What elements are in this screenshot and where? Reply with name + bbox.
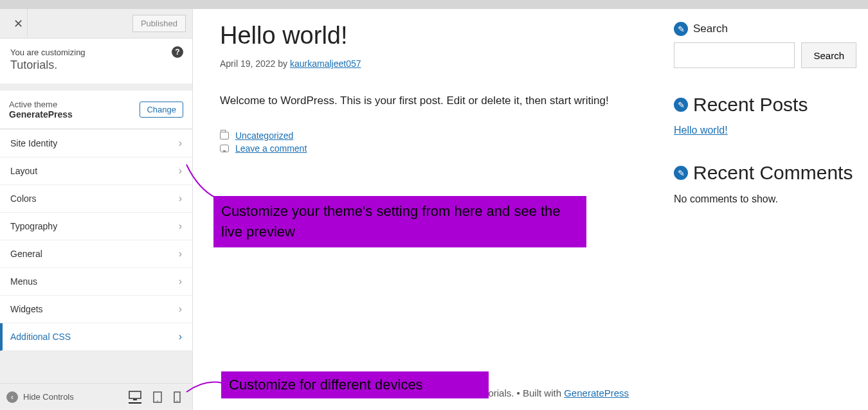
svg-rect-0 [129,391,141,398]
chevron-right-icon: › [179,193,182,204]
divider [27,9,28,39]
section-label: Typography [10,221,57,231]
credit-text: orials. • Built with [488,388,564,398]
section-label: Site Identity [10,138,57,148]
section-label: Layout [10,166,37,176]
section-label: Colors [10,193,36,204]
svg-point-5 [177,400,178,402]
svg-rect-1 [133,399,137,400]
widget-title: Recent Comments [693,162,853,184]
chevron-right-icon: › [179,276,182,287]
context-site-name: Tutorials. [10,58,182,72]
active-theme-panel: Active theme GeneratePress Change [0,90,192,129]
section-label: Additional CSS [10,332,71,342]
context-panel: You are customizing Tutorials. ? [0,39,192,84]
post-title: Hello world! [220,22,669,49]
chevron-right-icon: › [179,303,182,315]
hide-controls-button[interactable]: ‹ Hide Controls [6,391,74,403]
theme-label: Active theme [9,100,73,109]
edit-widget-icon[interactable]: ✎ [674,166,688,180]
chevron-right-icon: › [179,331,182,343]
post-category-link[interactable]: Uncategorized [235,130,293,141]
chevron-right-icon: › [179,220,182,232]
chevron-right-icon: › [179,138,182,149]
sidebar-footer: ‹ Hide Controls [0,383,192,410]
comment-icon [220,145,229,152]
chevron-right-icon: › [179,248,182,260]
section-additional-css[interactable]: Additional CSS › [0,323,192,351]
edit-widget-icon[interactable]: ✎ [674,98,688,112]
customizer-sections: Site Identity › Layout › Colors › Typogr… [0,129,192,351]
widget-recent-posts: ✎ Recent Posts Hello world! [674,94,856,136]
section-layout[interactable]: Layout › [0,157,192,185]
context-prefix: You are customizing [10,48,182,57]
svg-point-3 [157,400,158,402]
section-typography[interactable]: Typography › [0,213,192,240]
recent-post-link[interactable]: Hello world! [674,125,728,136]
preview-sidebar: ✎ Search Search ✎ Recent Posts Hello wor… [669,9,868,410]
post-meta: April 19, 2022 by kaurkamaljeet057 [220,58,669,69]
annotation-customize-theme: Customize your theme's setting from here… [213,196,586,247]
post-date: April 19, 2022 [220,58,275,69]
help-icon[interactable]: ? [172,46,183,58]
chevron-right-icon: › [179,165,182,177]
browser-topbar [0,0,868,9]
search-button[interactable]: Search [801,42,856,68]
annotation-device-preview: Customize for different devices [221,371,489,398]
hide-controls-label: Hide Controls [23,392,74,402]
credit-link[interactable]: GeneratePress [564,388,629,398]
post-by-label: by [278,58,287,69]
widget-title: Search [693,22,728,35]
site-credit: orials. • Built with GeneratePress [488,388,629,398]
theme-name: GeneratePress [9,109,73,120]
section-widgets[interactable]: Widgets › [0,296,192,323]
edit-widget-icon[interactable]: ✎ [674,22,688,36]
search-input[interactable] [674,42,795,68]
post-entry-footer: Uncategorized Leave a comment [220,130,669,154]
widget-recent-comments: ✎ Recent Comments No comments to show. [674,162,856,205]
device-desktop-icon[interactable] [129,391,141,404]
close-icon[interactable]: ✕ [6,12,30,35]
leave-comment-link[interactable]: Leave a comment [235,143,307,154]
post-body: Welcome to WordPress. This is your first… [220,94,669,107]
post-author-link[interactable]: kaurkamaljeet057 [290,58,361,69]
widget-title: Recent Posts [693,94,808,116]
section-label: General [10,249,42,259]
device-preview-toggle [129,391,186,404]
section-label: Widgets [10,304,43,314]
section-site-identity[interactable]: Site Identity › [0,130,192,157]
publish-status-button[interactable]: Published [132,15,186,32]
section-general[interactable]: General › [0,240,192,268]
section-label: Menus [10,276,37,287]
device-tablet-icon[interactable] [153,391,162,404]
section-colors[interactable]: Colors › [0,185,192,213]
customizer-sidebar: ✕ Published You are customizing Tutorial… [0,9,193,410]
change-theme-button[interactable]: Change [140,102,183,118]
folder-icon [220,132,229,139]
arrow-left-icon: ‹ [6,391,18,403]
widget-search: ✎ Search Search [674,22,856,68]
sidebar-header: ✕ Published [0,9,192,39]
section-menus[interactable]: Menus › [0,268,192,296]
device-mobile-icon[interactable] [174,391,181,404]
no-comments-text: No comments to show. [674,193,856,205]
